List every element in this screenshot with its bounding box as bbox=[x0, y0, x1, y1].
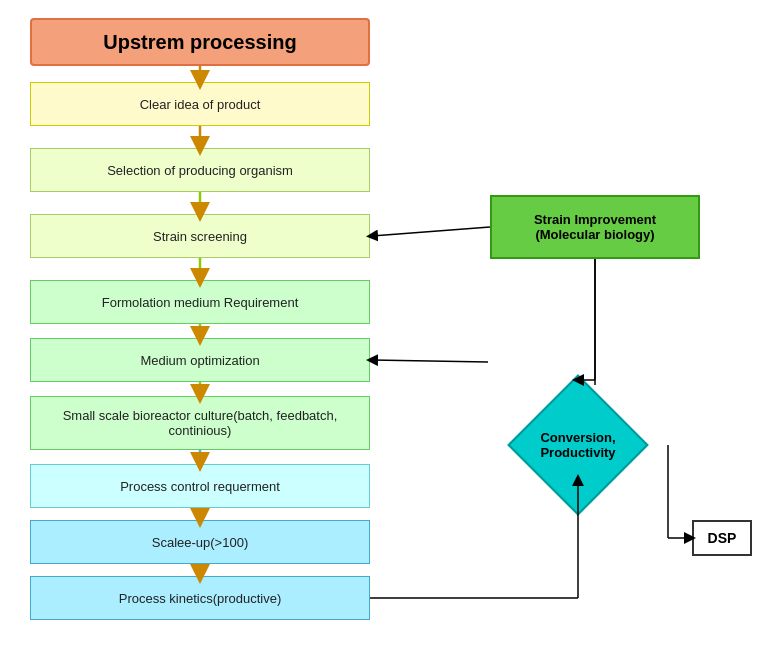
box-process-kinetics: Process kinetics(productive) bbox=[30, 576, 370, 620]
box-small-scale: Small scale bioreactor culture(batch, fe… bbox=[30, 396, 370, 450]
box-process-control: Process control requerment bbox=[30, 464, 370, 508]
box-clear-idea: Clear idea of product bbox=[30, 82, 370, 126]
box-medium-opt-text: Medium optimization bbox=[140, 353, 259, 368]
conversion-diamond-container: Conversion,Productivity bbox=[488, 380, 668, 510]
box-scale-up-text: Scalee-up(>100) bbox=[152, 535, 248, 550]
box-selection: Selection of producing organism bbox=[30, 148, 370, 192]
dsp-text: DSP bbox=[708, 530, 737, 546]
box-selection-text: Selection of producing organism bbox=[107, 163, 293, 178]
strain-improvement-text: Strain Improvement(Molecular biology) bbox=[534, 212, 656, 242]
box-medium-opt: Medium optimization bbox=[30, 338, 370, 382]
dsp-box: DSP bbox=[692, 520, 752, 556]
box-process-kinetics-text: Process kinetics(productive) bbox=[119, 591, 282, 606]
box-formulation-text: Formolation medium Requirement bbox=[102, 295, 299, 310]
box-strain-screening-text: Strain screening bbox=[153, 229, 247, 244]
box-small-scale-text: Small scale bioreactor culture(batch, fe… bbox=[31, 408, 369, 438]
diagram: Upstrem processing Clear idea of product… bbox=[0, 0, 779, 672]
svg-line-12 bbox=[372, 227, 490, 236]
box-clear-idea-text: Clear idea of product bbox=[140, 97, 261, 112]
title-text: Upstrem processing bbox=[103, 31, 296, 54]
conversion-text: Conversion,Productivity bbox=[488, 380, 668, 510]
svg-line-14 bbox=[372, 360, 488, 362]
box-formulation: Formolation medium Requirement bbox=[30, 280, 370, 324]
box-strain-screening: Strain screening bbox=[30, 214, 370, 258]
box-process-control-text: Process control requerment bbox=[120, 479, 280, 494]
strain-improvement-box: Strain Improvement(Molecular biology) bbox=[490, 195, 700, 259]
box-scale-up: Scalee-up(>100) bbox=[30, 520, 370, 564]
title-box: Upstrem processing bbox=[30, 18, 370, 66]
